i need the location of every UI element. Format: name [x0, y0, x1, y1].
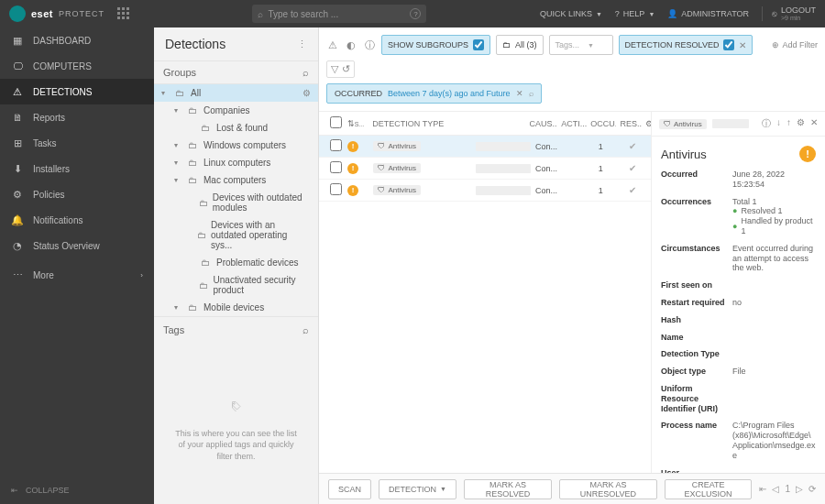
severity-icon: !: [347, 185, 358, 196]
page-first-icon[interactable]: ⇤: [759, 484, 766, 494]
folder-icon: 🗀: [199, 280, 208, 290]
close-detail-icon[interactable]: ✕: [810, 117, 818, 130]
detection-resolved-chip[interactable]: DETECTION RESOLVED ✕: [619, 35, 754, 55]
group-filter-chip[interactable]: 🗀 All (3): [496, 35, 544, 55]
nav-item-computers[interactable]: 🖵COMPUTERS: [0, 53, 154, 79]
circle-filter-icon[interactable]: ◐: [345, 38, 358, 51]
nav-item-dashboard[interactable]: ▦DASHBOARD: [0, 27, 154, 53]
occurred-search-icon[interactable]: ⌕: [529, 89, 534, 98]
tree-node[interactable]: 🗀Devices with an outdated operating sys.…: [154, 216, 318, 254]
tree-node[interactable]: ▾🗀Mac computers: [154, 171, 318, 189]
download-icon[interactable]: ↓: [776, 117, 781, 130]
column-action[interactable]: ACTI...: [557, 119, 587, 128]
detail-type-badge: 🛡Antivirus: [659, 119, 707, 129]
help-circle-icon: ?: [615, 9, 620, 18]
detail-field: Detection Type: [652, 345, 825, 363]
resolved-icon: ✔: [629, 141, 636, 151]
show-subgroups-checkbox[interactable]: [473, 39, 484, 50]
add-filter-button[interactable]: ⊕Add Filter: [772, 40, 818, 49]
tree-node[interactable]: 🗀Devices with outdated modules: [154, 189, 318, 216]
help-icon[interactable]: ?: [410, 8, 421, 19]
nav-item-installers[interactable]: ⬇Installers: [0, 156, 154, 181]
nav-item-detections[interactable]: ⚠DETECTIONS: [0, 79, 154, 104]
collapse-button[interactable]: ⇤COLLAPSE: [0, 477, 154, 504]
folder-icon: 🗀: [188, 105, 199, 115]
warning-filter-icon[interactable]: ⚠: [326, 38, 339, 51]
detail-panel: 🛡Antivirus ⓘ ↓ ↑ ⚙ ✕ Antivirus ! Occurre…: [651, 112, 825, 473]
help-menu[interactable]: ?HELP▼: [615, 9, 654, 18]
nav-item-more[interactable]: ⋯More›: [0, 262, 154, 288]
logout-button[interactable]: ⎋ LOGOUT>9 min: [762, 6, 816, 21]
nav-item-tasks[interactable]: ⊞Tasks: [0, 130, 154, 156]
column-severity[interactable]: ⇅S...: [344, 119, 369, 128]
show-subgroups-chip[interactable]: SHOW SUBGROUPS: [381, 35, 490, 55]
column-detection-type[interactable]: DETECTION TYPE: [368, 119, 468, 128]
logout-icon: ⎋: [772, 9, 776, 18]
filter-presets[interactable]: ▽↺: [326, 60, 355, 78]
column-occurred[interactable]: OCCU...: [587, 119, 616, 128]
folder-icon: 🗀: [201, 257, 212, 268]
tree-node[interactable]: 🗀Lost & found: [154, 119, 318, 137]
groups-search-icon[interactable]: ⌕: [302, 67, 309, 78]
table-row[interactable]: !🛡AntivirusCon...1✔: [319, 136, 651, 158]
shield-icon: 🛡: [664, 120, 671, 128]
report-icon: 🗎: [11, 111, 24, 124]
side-nav: ▦DASHBOARD🖵COMPUTERS⚠DETECTIONS🗎Reports⊞…: [0, 27, 154, 504]
gear-icon[interactable]: ⚙: [302, 88, 311, 98]
row-checkbox[interactable]: [330, 139, 342, 151]
tree-node[interactable]: ▾🗀Linux computers: [154, 154, 318, 171]
nav-item-policies[interactable]: ⚙Policies: [0, 181, 154, 207]
column-resolved[interactable]: RES...: [616, 119, 642, 128]
detection-resolved-checkbox[interactable]: [723, 39, 734, 50]
table-row[interactable]: !🛡AntivirusCon...1✔: [319, 158, 651, 180]
tags-filter-chip[interactable]: Tags...▼: [549, 35, 613, 55]
quick-links-menu[interactable]: QUICK LINKS▼: [540, 9, 602, 18]
occurred-filter-chip[interactable]: OCCURRED Between 7 day(s) ago and Future…: [326, 83, 542, 104]
severity-icon: !: [347, 163, 358, 174]
row-checkbox[interactable]: [330, 161, 342, 173]
page-next-icon[interactable]: ▷: [796, 484, 803, 494]
detection-menu-button[interactable]: DETECTION▼: [379, 479, 456, 499]
tags-search-icon[interactable]: ⌕: [302, 324, 309, 335]
settings-icon[interactable]: ⚙: [797, 117, 805, 130]
info-filter-icon[interactable]: ⓘ: [363, 38, 376, 51]
tree-node[interactable]: 🗀Problematic devices: [154, 254, 318, 271]
nav-item-notifications[interactable]: 🔔Notifications: [0, 207, 154, 233]
groups-tree: ▾🗀All⚙▾🗀Companies🗀Lost & found▾🗀Windows …: [154, 84, 318, 316]
scan-button[interactable]: SCAN: [328, 479, 371, 499]
nav-item-status-overview[interactable]: ◔Status Overview: [0, 233, 154, 258]
create-exclusion-button[interactable]: CREATE EXCLUSION: [665, 479, 753, 499]
search-input[interactable]: ⌕ Type to search ... ?: [252, 5, 426, 23]
up-icon[interactable]: ↑: [786, 117, 791, 130]
tree-node[interactable]: ▾🗀All⚙: [154, 84, 318, 102]
detail-title: Antivirus: [661, 148, 707, 161]
row-checkbox[interactable]: [330, 183, 342, 195]
apps-icon[interactable]: [117, 7, 130, 20]
tree-node[interactable]: ▾🗀Mobile devices: [154, 299, 318, 316]
remove-occurred-filter-icon[interactable]: ✕: [516, 89, 523, 98]
admin-menu[interactable]: 👤ADMINISTRATOR: [667, 9, 749, 18]
info-icon[interactable]: ⓘ: [762, 117, 771, 130]
panel-menu-icon[interactable]: ⋮: [297, 38, 307, 50]
select-all-checkbox[interactable]: [330, 116, 342, 128]
nav-item-reports[interactable]: 🗎Reports: [0, 104, 154, 130]
severity-icon: !: [347, 141, 358, 152]
page-prev-icon[interactable]: ◁: [772, 484, 779, 494]
column-cause[interactable]: CAUS...: [525, 119, 557, 128]
brand-name: eset: [31, 8, 53, 19]
table-row[interactable]: !🛡AntivirusCon...1✔: [319, 180, 651, 202]
top-bar: eset PROTECT ⌕ Type to search ... ? QUIC…: [0, 0, 825, 27]
page-refresh-icon[interactable]: ⟳: [808, 484, 816, 494]
collapse-icon: ⇤: [11, 486, 18, 495]
tags-section-label: Tags: [163, 324, 184, 335]
monitor-icon: 🖵: [11, 60, 24, 72]
mark-resolved-button[interactable]: MARK AS RESOLVED: [464, 479, 552, 499]
tree-node[interactable]: 🗀Unactivated security product: [154, 271, 318, 299]
mark-unresolved-button[interactable]: MARK AS UNRESOLVED: [559, 479, 657, 499]
tree-node[interactable]: ▾🗀Windows computers: [154, 137, 318, 154]
detail-field: Uniform Resource Identifier (URI): [652, 380, 825, 417]
brand-logo-icon: [9, 5, 26, 22]
tree-node[interactable]: ▾🗀Companies: [154, 102, 318, 119]
folder-icon: 🗀: [502, 40, 511, 49]
remove-resolved-filter-icon[interactable]: ✕: [739, 40, 746, 50]
